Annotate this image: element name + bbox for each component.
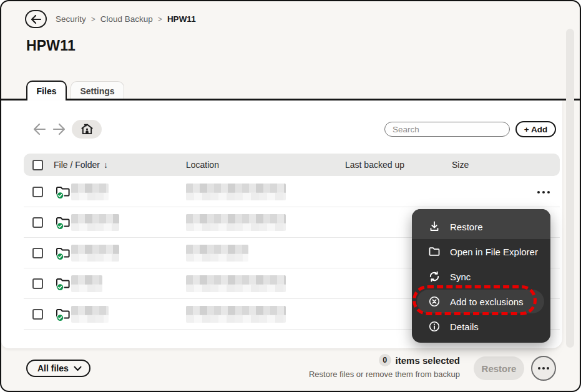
- menu-item-label: Open in File Explorer: [450, 247, 538, 257]
- page-title: HPW11: [26, 37, 76, 54]
- breadcrumb-security[interactable]: Security: [56, 14, 86, 24]
- file-filter-dropdown[interactable]: All files: [26, 360, 90, 377]
- selection-summary: 0 items selected Restore files or remove…: [309, 354, 460, 379]
- exclude-icon: [428, 295, 441, 308]
- row-context-menu: Restore Open in File Explorer Sync: [412, 209, 550, 343]
- redacted-file-name: [71, 184, 109, 200]
- redacted-location: [186, 245, 248, 262]
- menu-item-open-in-file-explorer[interactable]: Open in File Explorer: [412, 239, 550, 264]
- nav-forward-button[interactable]: [51, 121, 67, 137]
- sync-icon: [428, 270, 441, 283]
- row-checkbox[interactable]: [32, 278, 43, 289]
- row-menu-button[interactable]: [534, 187, 553, 197]
- row-checkbox[interactable]: [32, 187, 43, 197]
- column-file-folder[interactable]: File / Folder↓: [54, 160, 108, 170]
- app-window: Security > Cloud Backup > HPW11 HPW11 Fi…: [0, 0, 581, 392]
- redacted-file-name: [71, 214, 119, 231]
- nav-back-button[interactable]: [31, 121, 47, 137]
- column-size[interactable]: Size: [452, 160, 469, 170]
- menu-item-sync[interactable]: Sync: [412, 264, 550, 289]
- redacted-file-name: [71, 275, 102, 292]
- table-header: File / Folder↓ Location Last backed up S…: [24, 154, 560, 176]
- folder-backed-up-icon: [55, 276, 71, 294]
- breadcrumb-cloud-backup[interactable]: Cloud Backup: [100, 14, 153, 24]
- menu-item-details[interactable]: Details: [412, 314, 550, 339]
- home-button[interactable]: [72, 120, 102, 139]
- redacted-location: [186, 214, 286, 231]
- menu-item-label: Add to exclusions: [450, 296, 524, 307]
- redacted-location: [186, 184, 286, 200]
- vertical-scrollbar[interactable]: [566, 29, 574, 348]
- menu-item-restore[interactable]: Restore: [412, 209, 550, 239]
- tab-files[interactable]: Files: [26, 81, 67, 100]
- back-button[interactable]: [25, 10, 47, 28]
- menu-item-label: Restore: [450, 222, 483, 232]
- folder-icon: [428, 245, 441, 258]
- menu-item-label: Details: [450, 321, 479, 332]
- table-row[interactable]: [24, 177, 560, 207]
- folder-backed-up-icon: [55, 245, 71, 263]
- folder-backed-up-icon: [55, 184, 71, 202]
- more-actions-button[interactable]: [531, 356, 556, 381]
- redacted-file-name: [71, 245, 119, 262]
- row-checkbox[interactable]: [32, 248, 43, 258]
- info-icon: [428, 320, 441, 333]
- selected-count-badge: 0: [379, 354, 391, 366]
- breadcrumb-current: HPW11: [167, 14, 196, 24]
- menu-item-label: Sync: [450, 272, 471, 282]
- restore-button[interactable]: Restore: [474, 356, 524, 380]
- search-input[interactable]: [384, 122, 510, 137]
- redacted-location: [186, 275, 286, 292]
- redacted-file-name: [71, 306, 109, 323]
- redacted-location: [186, 306, 286, 323]
- breadcrumb: Security > Cloud Backup > HPW11: [56, 14, 196, 24]
- add-button[interactable]: + Add: [515, 121, 556, 137]
- download-icon: [428, 220, 441, 233]
- folder-backed-up-icon: [55, 215, 71, 233]
- row-checkbox[interactable]: [32, 309, 43, 320]
- breadcrumb-separator: >: [91, 15, 95, 24]
- home-icon: [81, 123, 94, 135]
- menu-item-add-to-exclusions[interactable]: Add to exclusions: [412, 289, 550, 314]
- filter-label: All files: [37, 363, 69, 373]
- breadcrumb-separator: >: [158, 15, 162, 24]
- selected-label: items selected: [396, 355, 460, 366]
- sort-descending-icon: ↓: [104, 160, 108, 170]
- folder-backed-up-icon: [55, 306, 71, 325]
- row-checkbox[interactable]: [32, 217, 43, 228]
- column-location[interactable]: Location: [186, 160, 219, 170]
- chevron-down-icon: [74, 366, 82, 371]
- column-last-backed-up[interactable]: Last backed up: [345, 160, 404, 170]
- selection-hint: Restore files or remove them from backup: [309, 370, 460, 379]
- tab-settings[interactable]: Settings: [71, 81, 124, 100]
- select-all-checkbox[interactable]: [32, 160, 43, 170]
- arrow-left-icon: [31, 15, 42, 24]
